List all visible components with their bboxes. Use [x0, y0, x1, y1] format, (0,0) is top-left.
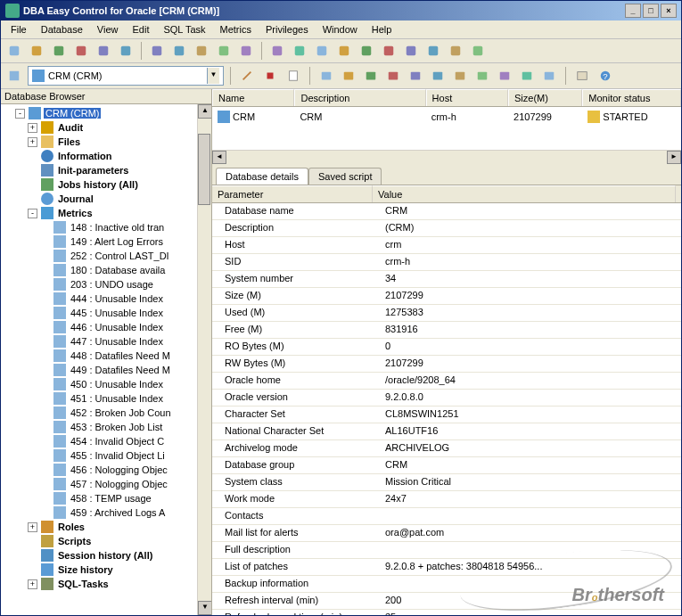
help-button[interactable]: ?: [596, 66, 615, 86]
detail-row[interactable]: Database nameCRM: [212, 203, 681, 220]
detail-row[interactable]: Used (M)1275383: [212, 305, 681, 322]
tool-btn[interactable]: [49, 41, 69, 61]
expand-icon[interactable]: -: [28, 209, 37, 218]
expand-icon[interactable]: -: [15, 109, 25, 119]
tool-btn[interactable]: [450, 66, 470, 86]
detail-row[interactable]: Mail list for alertsora@pat.com: [212, 525, 681, 542]
detail-row[interactable]: Refresh elapsed time (min)35: [212, 610, 681, 615]
stop-button[interactable]: [260, 66, 280, 86]
tree-node[interactable]: +Files: [3, 135, 210, 149]
scroll-right-icon[interactable]: ►: [667, 151, 681, 164]
tool-btn[interactable]: [361, 66, 381, 86]
tool-btn[interactable]: [406, 66, 425, 86]
tool-btn[interactable]: [116, 41, 136, 61]
tool-btn[interactable]: [472, 66, 492, 86]
tool-btn[interactable]: [339, 66, 358, 86]
detail-row[interactable]: Database groupCRM: [212, 457, 681, 474]
grid-hscroll[interactable]: ◄ ►: [212, 150, 681, 164]
database-combo[interactable]: CRM (CRM) ▼: [28, 66, 224, 86]
tab-saved-script[interactable]: Saved script: [308, 168, 382, 185]
tree-node[interactable]: 459 : Archived Logs A: [3, 505, 210, 520]
detail-row[interactable]: Oracle home/oracle/9208_64: [212, 373, 681, 390]
tree-node[interactable]: +Roles: [3, 520, 210, 534]
maximize-button[interactable]: □: [643, 4, 659, 18]
minimize-button[interactable]: _: [625, 4, 641, 18]
tool-btn[interactable]: [539, 66, 559, 86]
tree-node[interactable]: -CRM (CRM): [3, 106, 210, 120]
dropdown-arrow-icon[interactable]: ▼: [207, 68, 219, 84]
tree-node[interactable]: 149 : Alert Log Errors: [3, 234, 210, 249]
detail-row[interactable]: Refresh interval (min)200: [212, 593, 681, 610]
tree-node[interactable]: Journal: [3, 192, 210, 206]
tool-btn[interactable]: [357, 41, 376, 61]
tree-node[interactable]: Init-parameters: [3, 163, 210, 177]
tool-btn[interactable]: [495, 66, 514, 86]
tool-btn[interactable]: [94, 41, 113, 61]
detail-row[interactable]: Full description: [212, 542, 681, 559]
detail-row[interactable]: Description(CRM): [212, 220, 681, 237]
menu-window[interactable]: Window: [316, 22, 364, 37]
detail-row[interactable]: Backup information: [212, 576, 681, 593]
tree-node[interactable]: 445 : Unusable Index: [3, 306, 210, 320]
menu-privileges[interactable]: Privileges: [259, 22, 315, 37]
menu-edit[interactable]: Edit: [126, 22, 155, 37]
menu-sql-task[interactable]: SQL Task: [157, 22, 211, 37]
tool-btn[interactable]: [517, 66, 537, 86]
tree-node[interactable]: -Metrics: [3, 206, 210, 220]
detail-row[interactable]: National Character SetAL16UTF16: [212, 423, 681, 440]
grid-col-host[interactable]: Host: [426, 89, 508, 106]
tree-node[interactable]: 453 : Broken Job List: [3, 420, 210, 434]
tree-node[interactable]: 203 : UNDO usage: [3, 277, 210, 292]
tree-node[interactable]: +Audit: [3, 120, 210, 135]
menu-database[interactable]: Database: [35, 22, 89, 37]
tool-btn[interactable]: [379, 41, 399, 61]
tool-btn[interactable]: [169, 41, 189, 61]
detail-row[interactable]: System classMission Critical: [212, 474, 681, 491]
tree-node[interactable]: +SQL-Tasks: [3, 577, 210, 591]
tool-btn[interactable]: [192, 41, 211, 61]
wand-button[interactable]: [237, 66, 257, 86]
tree-node[interactable]: 444 : Unusable Index: [3, 292, 210, 306]
grid-col-name[interactable]: Name: [212, 89, 294, 106]
detail-row[interactable]: Oracle version9.2.0.8.0: [212, 390, 681, 407]
tree-node[interactable]: Information: [3, 149, 210, 163]
tool-btn[interactable]: [468, 41, 488, 61]
grid-col-sizem[interactable]: Size(M): [508, 89, 582, 106]
tree-node[interactable]: 252 : Control LAST_DI: [3, 249, 210, 263]
detail-row[interactable]: SIDcrm-h: [212, 254, 681, 271]
grid-col-monitorstatus[interactable]: Monitor status: [582, 89, 681, 106]
tool-btn[interactable]: [334, 41, 354, 61]
database-tree[interactable]: -CRM (CRM) +Audit+FilesInformationInit-p…: [1, 104, 211, 615]
tool-btn[interactable]: [27, 41, 46, 61]
tree-node[interactable]: 456 : Nologging Objec: [3, 463, 210, 477]
tab-database-details[interactable]: Database details: [216, 168, 308, 185]
expand-icon[interactable]: +: [28, 137, 37, 147]
tool-btn[interactable]: [446, 41, 465, 61]
script-button[interactable]: [283, 66, 303, 86]
menu-file[interactable]: File: [4, 22, 33, 37]
tool-btn[interactable]: [428, 66, 448, 86]
scroll-thumb[interactable]: [198, 134, 210, 205]
grid-col-description[interactable]: Description: [294, 89, 425, 106]
tree-node[interactable]: 148 : Inactive old tran: [3, 220, 210, 234]
detail-row[interactable]: Free (M)831916: [212, 322, 681, 339]
tool-btn[interactable]: [147, 41, 167, 61]
tree-node[interactable]: 458 : TEMP usage: [3, 491, 210, 505]
tree-node[interactable]: 448 : Datafiles Need M: [3, 349, 210, 363]
tool-btn[interactable]: [383, 66, 403, 86]
detail-row[interactable]: Character SetCL8MSWIN1251: [212, 407, 681, 423]
detail-row[interactable]: Hostcrm: [212, 237, 681, 254]
detail-row[interactable]: Archivelog modeARCHIVELOG: [212, 440, 681, 457]
tree-node[interactable]: 180 : Database availa: [3, 263, 210, 277]
tool-btn[interactable]: [401, 41, 421, 61]
tree-node[interactable]: Size history: [3, 563, 210, 577]
tree-node[interactable]: 450 : Unusable Index: [3, 377, 210, 391]
tree-node[interactable]: 455 : Invalid Object Li: [3, 448, 210, 463]
detail-row[interactable]: System number34: [212, 271, 681, 288]
tree-node[interactable]: Scripts: [3, 534, 210, 548]
tool-btn[interactable]: [71, 41, 91, 61]
tool-btn[interactable]: [316, 66, 336, 86]
menu-help[interactable]: Help: [366, 22, 399, 37]
menu-view[interactable]: View: [91, 22, 125, 37]
detail-row[interactable]: RO Bytes (M)0: [212, 339, 681, 356]
